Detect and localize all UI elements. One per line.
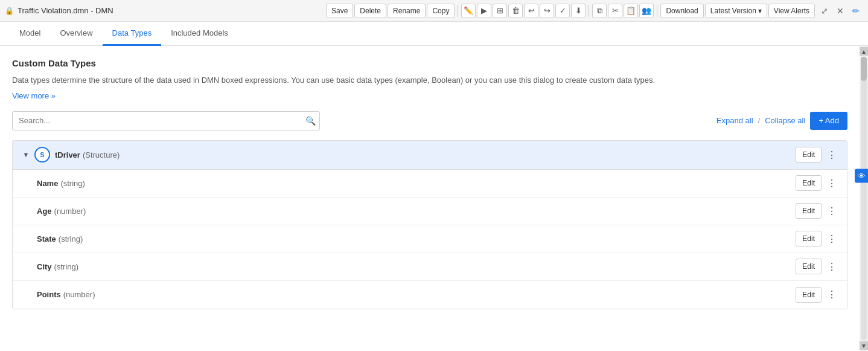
pen-icon-button[interactable]: ✏️ [461,4,476,18]
data-type-list: ▼ S tDriver (Structure) Edit ⋮ Name (str… [12,140,847,309]
version-label: Latest Version [710,7,756,15]
field-row-age: Age (number) Edit ⋮ [13,198,847,225]
separator-3 [657,5,657,17]
scroll-down-button[interactable]: ▼ [860,341,868,350]
state-edit-button[interactable]: Edit [796,231,822,246]
check-icon-button[interactable]: ✓ [555,4,570,18]
content-area: Custom Data Types Data types determine t… [0,46,860,351]
field-row-name: Name (string) Edit ⋮ [13,170,847,198]
section-title: Custom Data Types [12,58,847,68]
search-button[interactable]: 🔍 [301,111,320,130]
collapse-tdriver-button[interactable]: ▼ [20,149,32,161]
field-row-city: City (string) Edit ⋮ [13,253,847,281]
copy2-icon-button[interactable]: ⧉ [592,4,607,18]
tdriver-type: (Structure) [83,150,120,159]
grid-icon-button[interactable]: ⊞ [493,4,507,18]
type-row-tdriver-header: ▼ S tDriver (Structure) Edit ⋮ [13,141,847,170]
scrollbar[interactable]: ▲ ▼ [860,46,868,351]
field-state-name: State [37,234,56,243]
title-bar-left: 🔒 Traffic Violation.dmn - DMN [5,6,324,15]
download-arrow-button[interactable]: ⬇ [571,4,586,18]
tab-model[interactable]: Model [10,22,50,46]
separator-1 [458,5,458,17]
tab-nav: Model Overview Data Types Included Model… [0,22,868,46]
expand-collapse-controls: Expand all / Collapse all + Add [716,112,847,130]
field-age-type: (number) [54,207,86,216]
trash-icon-button[interactable]: 🗑 [508,4,523,18]
name-more-button[interactable]: ⋮ [824,175,840,191]
view-alerts-button[interactable]: View Alerts [768,4,815,18]
save-button[interactable]: Save [326,4,353,18]
title-bar: 🔒 Traffic Violation.dmn - DMN Save Delet… [0,0,868,22]
field-name-type: (string) [60,179,85,188]
document-title: Traffic Violation.dmn - DMN [18,6,113,15]
city-more-button[interactable]: ⋮ [824,259,840,274]
field-name-name: Name [37,179,58,188]
age-edit-button[interactable]: Edit [796,203,822,219]
chevron-down-icon: ▾ [758,7,762,15]
version-button[interactable]: Latest Version ▾ [705,4,767,18]
search-actions-bar: 🔍 Expand all / Collapse all + Add [12,111,847,130]
field-city-type: (string) [54,262,78,271]
tdriver-name: tDriver [55,150,80,159]
search-input[interactable] [12,111,320,130]
tdriver-edit-button[interactable]: Edit [796,147,822,163]
delete-button[interactable]: Delete [354,4,386,18]
title-bar-right: ⤢ ✕ ✏ [817,4,863,18]
redo-icon-button[interactable]: ↪ [540,4,554,18]
scroll-track[interactable] [861,57,867,340]
undo-icon-button[interactable]: ↩ [524,4,538,18]
tab-overview[interactable]: Overview [50,22,102,46]
scroll-up-button[interactable]: ▲ [860,47,868,56]
lock-icon: 🔒 [5,7,14,15]
section-description: Data types determine the structure of th… [12,74,847,86]
name-edit-button[interactable]: Edit [796,175,822,191]
view-more-link[interactable]: View more » [12,91,56,100]
eye-icon[interactable]: 👁 [858,171,866,180]
field-age-name: Age [37,207,52,216]
struct-icon: S [34,147,50,163]
search-wrap: 🔍 [12,111,320,130]
expand-window-button[interactable]: ⤢ [817,4,832,18]
collapse-all-link[interactable]: Collapse all [765,116,805,125]
points-edit-button[interactable]: Edit [796,287,822,303]
expand-all-link[interactable]: Expand all [716,116,753,125]
copy-button[interactable]: Copy [427,4,455,18]
field-city-name: City [37,262,52,271]
field-state-type: (string) [59,234,83,243]
tab-included-models[interactable]: Included Models [161,22,238,46]
field-row-points: Points (number) Edit ⋮ [13,281,847,309]
separator-2 [589,5,589,17]
field-points-type: (number) [63,290,95,299]
paste-icon-button[interactable]: 📋 [624,4,638,18]
edit-icon-top-button[interactable]: ✏ [849,4,863,18]
toolbar: Save Delete Rename Copy ✏️ ▶ ⊞ 🗑 ↩ ↪ ✓ ⬇… [326,4,815,18]
close-window-button[interactable]: ✕ [833,4,847,18]
state-more-button[interactable]: ⋮ [824,231,840,246]
field-points-name: Points [37,290,61,299]
scroll-thumb[interactable] [861,57,867,81]
slash-separator: / [758,116,761,125]
tab-data-types[interactable]: Data Types [103,22,162,46]
cut-icon-button[interactable]: ✂ [608,4,622,18]
points-more-button[interactable]: ⋮ [824,287,840,303]
add-button[interactable]: + Add [810,112,847,130]
main-layout: Custom Data Types Data types determine t… [0,46,868,351]
share-icon-button[interactable]: 👥 [639,4,654,18]
main-content: Custom Data Types Data types determine t… [0,46,860,351]
search-icon: 🔍 [305,116,316,126]
tdriver-more-button[interactable]: ⋮ [824,147,840,163]
rename-button[interactable]: Rename [388,4,426,18]
city-edit-button[interactable]: Edit [796,259,822,274]
play-icon-button[interactable]: ▶ [477,4,491,18]
download-button[interactable]: Download [660,4,703,18]
field-row-state: State (string) Edit ⋮ [13,225,847,253]
age-more-button[interactable]: ⋮ [824,203,840,219]
